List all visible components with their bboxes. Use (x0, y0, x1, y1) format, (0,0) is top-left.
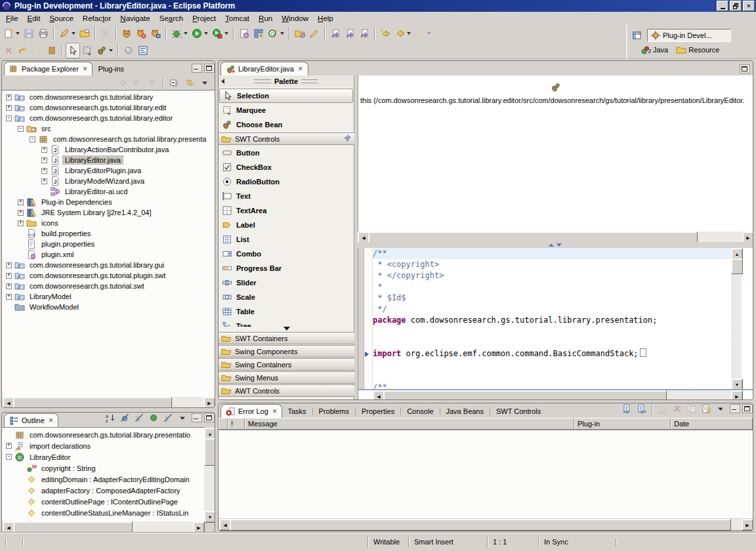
palette-tool-slider[interactable]: Slider (219, 276, 353, 290)
column-header-date[interactable]: Date (671, 418, 753, 430)
convert-pen-button[interactable] (307, 26, 322, 41)
code-line[interactable]: * $Id$ (373, 293, 742, 304)
tree-item[interactable]: +JLibraryActionBarContributor.java (2, 144, 215, 155)
dropdown-arrow-icon[interactable] (407, 32, 411, 35)
view-minimize-button[interactable] (192, 64, 202, 73)
bottom-tab-error-log[interactable]: Error Log✕ (220, 404, 282, 418)
tree-item[interactable]: +JRE System Library [j2re1.4.2_04] (2, 207, 215, 218)
save-button[interactable] (22, 26, 36, 41)
palette-tool-scale[interactable]: Scale (219, 290, 353, 304)
open-type-button[interactable] (77, 26, 92, 41)
menu-refactor[interactable]: Refactor (78, 13, 116, 24)
menu-help[interactable]: Help (313, 13, 338, 24)
tree-item[interactable]: +JLibraryEditor.java (2, 155, 215, 165)
tree-expander-icon[interactable]: - (30, 136, 35, 142)
menu-source[interactable]: Source (45, 13, 77, 24)
nav-forward-button[interactable] (130, 75, 144, 91)
menu-window[interactable]: Window (277, 13, 313, 24)
code-folding-bar[interactable] (364, 248, 373, 389)
column-header-message[interactable]: Message (245, 418, 574, 430)
import-log-button[interactable] (635, 403, 649, 417)
dropdown-arrow-icon[interactable] (427, 32, 431, 35)
pause-button[interactable] (45, 43, 59, 58)
palette-tool-checkbox[interactable]: CheckBox (219, 160, 353, 174)
view-menu-button[interactable] (175, 412, 190, 426)
code-line[interactable] (373, 371, 742, 382)
palette-tool-text[interactable]: Text (219, 189, 353, 203)
view-menu-button[interactable] (713, 403, 728, 417)
palette-tool-choose-bean[interactable]: Choose Bean (219, 117, 353, 132)
code-line[interactable]: /** (373, 382, 742, 389)
palette-tool-button[interactable]: Button (219, 146, 353, 160)
code-line[interactable]: * <copyright> (373, 259, 742, 270)
view-maximize-button[interactable] (742, 404, 753, 413)
view-maximize-button[interactable] (204, 413, 215, 422)
prev-edit-2-button[interactable] (343, 26, 357, 41)
code-line[interactable]: /** (373, 248, 742, 259)
tree-item[interactable]: -src (2, 123, 215, 134)
tree-item[interactable]: 010build.properties (2, 228, 215, 239)
perspective-plugin-development[interactable]: Plug-in Devel... (647, 29, 731, 42)
bottom-tab-swt-controls[interactable]: SWT Controls (491, 404, 546, 418)
new-extension-button[interactable]: G (266, 26, 286, 41)
dropdown-arrow-icon[interactable] (280, 32, 284, 35)
tree-expander-icon[interactable]: + (6, 294, 12, 300)
code-line[interactable]: import org.eclipse.emf.common.command.Ba… (373, 348, 742, 359)
palette-drawer-swing-components[interactable]: Swing Components (219, 345, 354, 357)
dropdown-arrow-icon[interactable] (184, 32, 188, 35)
bottom-tab-tasks[interactable]: Tasks (282, 404, 311, 418)
tree-item[interactable]: +JLibraryEditorPlugin.java (2, 165, 215, 176)
import-plugins-button[interactable] (293, 26, 307, 41)
tree-expander-icon[interactable]: + (41, 178, 47, 184)
minimize-button[interactable] (717, 1, 728, 11)
code-line[interactable]: */ (373, 304, 742, 315)
palette-tool-marquee[interactable]: Marquee (219, 103, 353, 117)
export-log-button[interactable] (620, 403, 635, 417)
open-log-button[interactable] (699, 403, 713, 417)
menu-edit[interactable]: Edit (23, 13, 45, 24)
copy-log-button[interactable] (684, 403, 699, 417)
palette-tool-progress-bar[interactable]: Progress Bar (219, 261, 353, 276)
column-header-plugin[interactable]: Plug-in (574, 418, 671, 430)
palette-header[interactable]: Palette (219, 75, 354, 87)
tree-expander-icon[interactable]: + (18, 199, 24, 205)
palette-tool-tree[interactable]: Tree (219, 319, 353, 327)
sort-az-button[interactable]: az (103, 412, 117, 426)
menu-file[interactable]: File (1, 13, 23, 24)
new-plugin-button[interactable] (237, 26, 251, 41)
tree-expander-icon[interactable]: + (6, 283, 12, 289)
tree-expander-icon[interactable]: - (6, 115, 12, 121)
code-line[interactable]: * </copyright> (373, 270, 742, 281)
palette-tool-label[interactable]: Label (219, 218, 353, 232)
debug-button[interactable] (169, 26, 190, 41)
tree-expander-icon[interactable]: + (41, 157, 47, 163)
undo-button[interactable] (16, 43, 30, 58)
new-fragment-button[interactable] (251, 26, 266, 41)
tree-item[interactable]: editingDomain : AdapterFactoryEditingDom… (2, 474, 204, 485)
dropdown-arrow-icon[interactable] (204, 32, 208, 35)
dropdown-arrow-icon[interactable] (109, 49, 113, 52)
outline-tab[interactable]: Outline✕ (4, 413, 58, 427)
prev-edit-3-button[interactable] (357, 26, 371, 41)
tree-item[interactable]: +Jcom.dowsonresearch.gs.tutorial.library (2, 92, 215, 102)
restore-button[interactable] (730, 1, 742, 11)
prev-edit-1-button[interactable] (328, 26, 343, 41)
tree-expander-icon[interactable]: + (6, 273, 12, 279)
tree-expander-icon[interactable]: + (6, 105, 12, 111)
marquee-tool-button[interactable] (80, 43, 94, 58)
close-button[interactable]: × (743, 1, 755, 11)
run-external-button[interactable] (210, 26, 230, 41)
code-line[interactable] (373, 359, 742, 371)
bottom-tab-problems[interactable]: Problems (314, 404, 354, 418)
close-icon[interactable]: ✕ (49, 417, 54, 424)
tree-expander-icon[interactable]: + (6, 262, 12, 268)
collapse-all-button[interactable] (167, 75, 182, 91)
hide-local-button[interactable]: L (161, 412, 175, 426)
tree-item[interactable]: +icons (2, 218, 215, 228)
bottom-tab-console[interactable]: Console (402, 404, 438, 418)
bean-component-icon[interactable] (551, 82, 561, 92)
close-icon[interactable]: ✕ (298, 66, 303, 72)
error-log-table-body[interactable] (219, 430, 753, 518)
tree-item[interactable]: +JLibraryModel (2, 291, 215, 302)
editor-maximize-button[interactable] (740, 64, 750, 73)
